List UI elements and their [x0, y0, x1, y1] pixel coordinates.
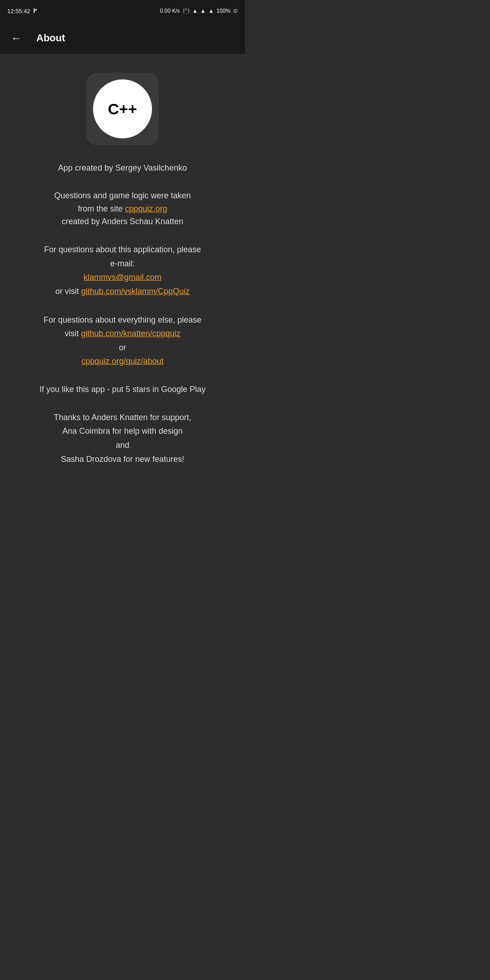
battery-icon: ⊙ [233, 8, 238, 14]
email-link[interactable]: klammvs@gmail.com [83, 273, 161, 282]
main-content: C++ App created by Sergey Vasilchenko Qu… [0, 54, 245, 493]
back-icon: ← [11, 32, 22, 44]
created-by-text: App created by Sergey Vasilchenko [58, 163, 187, 172]
questions-section: Questions and game logic were takenfrom … [54, 189, 191, 228]
cppquiz-org-link[interactable]: cppquiz.org [125, 204, 167, 213]
page-title: About [36, 32, 65, 44]
status-time: 12:55:42 [7, 8, 30, 15]
signal-icon2: ▲ [208, 8, 214, 14]
signal-icon1: ▲ [201, 8, 206, 14]
stars-text: If you like this app - put 5 stars in Go… [39, 385, 206, 394]
thanks-section: Thanks to Anders Knatten for support,Ana… [54, 411, 191, 466]
vibrate-icon: 📳 [183, 8, 190, 14]
questions-suffix: created by Anders Schau Knatten [62, 217, 183, 226]
app-bar: ← About [0, 22, 245, 54]
else-or: or [119, 343, 126, 352]
github-cppquiz-link[interactable]: github.com/vsklamm/CppQuiz [81, 287, 190, 296]
contact-or-visit: or visit [55, 287, 81, 296]
status-left: 12:55:42 𝐏 [7, 7, 37, 15]
battery-level: 100% [216, 8, 230, 14]
github-knatten-link[interactable]: github.com/knatten/cppquiz [81, 329, 180, 338]
status-bar: 12:55:42 𝐏 0.00 K/s 📳 ▲ ▲ ▲ 100% ⊙ [0, 0, 245, 22]
status-right: 0.00 K/s 📳 ▲ ▲ ▲ 100% ⊙ [160, 8, 238, 14]
wifi-icon: ▲ [192, 8, 198, 14]
questions-prefix: Questions and game logic were takenfrom … [54, 191, 191, 213]
contact-section: For questions about this application, pl… [44, 243, 201, 298]
else-section: For questions about everything else, ple… [44, 313, 201, 368]
created-by-section: App created by Sergey Vasilchenko [58, 162, 187, 175]
p-icon: 𝐏 [33, 7, 37, 15]
network-speed: 0.00 K/s [160, 8, 180, 14]
stars-section: If you like this app - put 5 stars in Go… [39, 383, 206, 396]
cppquiz-about-link[interactable]: cppquiz.org/quiz/about [81, 357, 163, 366]
app-icon-text: C++ [108, 100, 137, 118]
app-icon-circle: C++ [93, 79, 152, 138]
back-button[interactable]: ← [7, 28, 25, 48]
thanks-text: Thanks to Anders Knatten for support,Ana… [54, 413, 191, 464]
contact-prefix: For questions about this application, pl… [44, 245, 201, 268]
app-icon-container: C++ [86, 73, 159, 145]
